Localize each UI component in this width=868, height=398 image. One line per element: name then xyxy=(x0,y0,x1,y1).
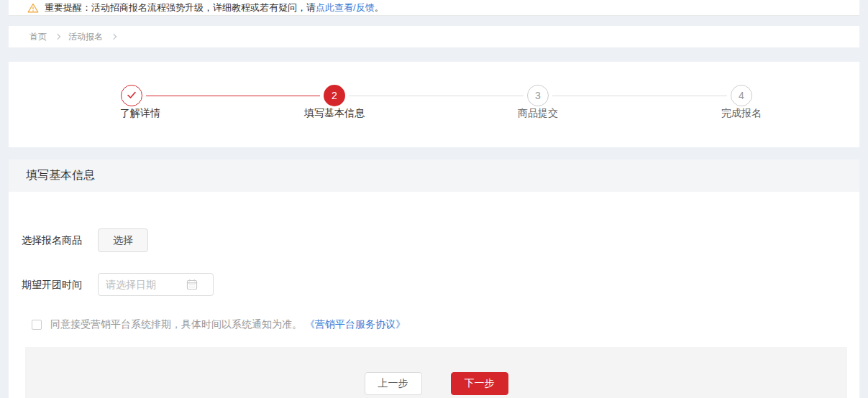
alert-text-suffix: 。 xyxy=(375,1,384,14)
stepper: 了解详情 2 填写基本信息 3 商品提交 4 完成报名 xyxy=(9,62,859,147)
step-connector-1-2 xyxy=(146,96,320,96)
chevron-right-icon xyxy=(111,34,117,40)
step-4-number: 4 xyxy=(739,90,744,101)
agreement-checkbox[interactable] xyxy=(32,320,42,330)
chevron-right-icon xyxy=(55,34,60,40)
date-label: 期望开团时间 xyxy=(22,273,82,297)
breadcrumb-home[interactable]: 首页 xyxy=(29,31,47,43)
calendar-icon xyxy=(186,279,198,290)
section-title: 填写基本信息 xyxy=(26,168,95,183)
alert-bar: 重要提醒：活动招商报名流程强势升级，详细教程或若有疑问，请点此查看/反馈。 xyxy=(9,0,859,16)
step-3-label: 商品提交 xyxy=(466,107,610,120)
agreement-link[interactable]: 《营销平台服务协议》 xyxy=(305,318,406,331)
date-field xyxy=(98,273,214,296)
select-product-button[interactable]: 选择 xyxy=(98,228,148,252)
agreement-row: 同意接受营销平台系统排期，具体时间以系统通知为准。 《营销平台服务协议》 xyxy=(32,318,406,331)
prev-step-button[interactable]: 上一步 xyxy=(365,372,422,395)
step-1-circle xyxy=(121,85,142,106)
step-connector-3-4 xyxy=(552,96,727,96)
breadcrumb-activity[interactable]: 活动报名 xyxy=(68,31,103,43)
alert-text: 重要提醒：活动招商报名流程强势升级，详细教程或若有疑问，请 xyxy=(45,1,316,14)
step-3-circle: 3 xyxy=(527,85,549,106)
form-section: 填写基本信息 选择报名商品 选择 期望开团时间 同意接受营销平台系统排期，具体时… xyxy=(9,159,859,398)
product-label: 选择报名商品 xyxy=(22,228,82,252)
step-connector-2-3 xyxy=(349,96,524,96)
next-step-button[interactable]: 下一步 xyxy=(451,372,508,395)
step-2-label: 填写基本信息 xyxy=(262,107,406,120)
form-footer: 上一步 下一步 xyxy=(25,347,847,398)
warning-icon xyxy=(27,3,39,13)
step-3-number: 3 xyxy=(535,90,541,101)
alert-view-link[interactable]: 点此查看 xyxy=(316,1,353,14)
date-input[interactable] xyxy=(99,274,183,295)
breadcrumb: 首页 活动报名 xyxy=(9,26,859,47)
step-2-circle: 2 xyxy=(324,85,345,106)
check-icon xyxy=(127,90,137,101)
step-2-number: 2 xyxy=(332,90,337,101)
step-4-circle: 4 xyxy=(731,85,752,106)
agreement-text: 同意接受营销平台系统排期，具体时间以系统通知为准。 xyxy=(50,318,302,331)
step-1-label: 了解详情 xyxy=(68,107,212,120)
step-4-label: 完成报名 xyxy=(670,107,813,120)
section-header: 填写基本信息 xyxy=(9,159,859,192)
alert-feedback-link[interactable]: 反馈 xyxy=(356,1,375,14)
